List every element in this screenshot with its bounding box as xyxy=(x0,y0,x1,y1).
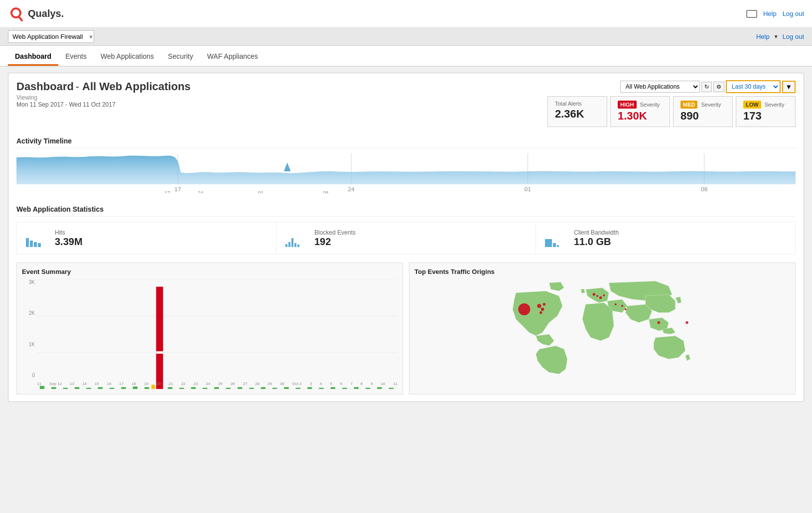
tab-events[interactable]: Events xyxy=(58,48,94,66)
blocked-chart-icon xyxy=(284,228,309,248)
main-nav: Dashboard Events Web Applications Securi… xyxy=(0,46,812,67)
svg-point-66 xyxy=(621,305,623,307)
high-label: Severity xyxy=(640,102,660,108)
traffic-origins-title: Top Events Traffic Origins xyxy=(414,268,790,275)
top-bar: Qualys. Help Log out xyxy=(0,0,812,28)
svg-rect-10 xyxy=(26,238,29,247)
stats-row: Hits 3.39M Blocked Events 192 xyxy=(16,222,796,255)
y-label-3k: 3K xyxy=(22,279,35,285)
y-label-2k: 2K xyxy=(22,310,35,316)
logout-link-top[interactable]: Log out xyxy=(783,33,804,40)
settings-icon[interactable]: ⚙ xyxy=(713,82,724,92)
low-value: 173 xyxy=(743,110,788,123)
svg-text:17: 17 xyxy=(174,187,181,192)
blocked-value: 192 xyxy=(314,236,356,248)
hits-stat: Hits 3.39M xyxy=(17,222,276,254)
viewing-label: Viewing xyxy=(16,94,191,101)
high-badge: HIGH xyxy=(618,101,637,109)
svg-point-67 xyxy=(625,308,627,310)
total-alerts-box: Total Alerts 2.36K xyxy=(547,96,607,127)
bandwidth-value: 11.0 GB xyxy=(574,236,619,248)
alert-stats-row: Total Alerts 2.36K HIGH Severity 1.30K M… xyxy=(547,96,796,127)
help-link-top[interactable]: Help xyxy=(756,33,770,40)
bandwidth-label: Client Bandwidth xyxy=(574,229,619,236)
med-severity-box: MED Severity 890 xyxy=(673,96,733,127)
module-bar: Web Application Firewall ▼ Help ▼ Log ou… xyxy=(0,28,812,46)
blocked-stat: Blocked Events 192 xyxy=(276,222,536,254)
total-alerts-label: Total Alerts xyxy=(555,101,600,107)
traffic-dot-sea xyxy=(658,321,660,324)
tab-dashboard[interactable]: Dashboard xyxy=(8,48,58,66)
timeline-area xyxy=(16,155,796,184)
module-select[interactable]: Web Application Firewall xyxy=(8,30,94,43)
event-summary-chart-area: 3K 2K 1K 0 xyxy=(22,279,398,389)
module-select-wrap: Web Application Firewall ▼ xyxy=(8,30,94,43)
bandwidth-info: Client Bandwidth 11.0 GB xyxy=(574,229,619,248)
svg-rect-21 xyxy=(557,245,559,247)
logout-link[interactable]: Log out xyxy=(783,10,804,17)
event-summary-section: Event Summary 3K 2K 1K 0 xyxy=(16,262,403,394)
event-chart-svg xyxy=(37,279,398,389)
dashboard-label: Dashboard xyxy=(16,80,74,93)
dash-controls-area: All Web Applications ↻ ⚙ Last 30 days ▼ … xyxy=(547,80,796,127)
page-content: Dashboard - All Web Applications Viewing… xyxy=(0,67,812,408)
web-app-stats-title: Web Application Statistics xyxy=(16,201,796,217)
timeline-label-sep17: 17SEP xyxy=(164,191,174,193)
dashboard-card: Dashboard - All Web Applications Viewing… xyxy=(8,73,804,402)
logo-text: Qualys. xyxy=(28,8,64,19)
svg-rect-20 xyxy=(553,243,556,247)
logo-area: Qualys. xyxy=(8,6,64,22)
hits-label: Hits xyxy=(55,229,83,236)
high-severity-box: HIGH Severity 1.30K xyxy=(610,96,670,127)
bottom-row: Event Summary 3K 2K 1K 0 xyxy=(16,262,796,394)
med-label: Severity xyxy=(701,102,721,108)
low-badge: LOW xyxy=(743,101,761,109)
top-right-actions: Help Log out xyxy=(746,10,804,18)
y-label-1k: 1K xyxy=(22,342,35,347)
svg-point-62 xyxy=(596,295,598,297)
help-arrow: ▼ xyxy=(774,34,779,39)
timeline-label-sep24: 24 xyxy=(198,191,203,193)
svg-rect-38 xyxy=(156,351,163,354)
mail-icon[interactable] xyxy=(746,10,757,18)
tab-waf-appliances[interactable]: WAF Appliances xyxy=(200,48,265,66)
app-filter-select[interactable]: All Web Applications xyxy=(620,81,700,93)
y-label-0: 0 xyxy=(22,373,35,378)
blocked-info: Blocked Events 192 xyxy=(314,229,356,248)
qualys-logo-icon xyxy=(8,6,24,22)
traffic-dot-pacific xyxy=(685,321,688,324)
hits-value: 3.39M xyxy=(55,236,83,248)
med-value: 890 xyxy=(680,110,725,123)
svg-point-65 xyxy=(615,303,617,305)
svg-rect-16 xyxy=(291,238,293,247)
page-title: Dashboard - All Web Applications xyxy=(16,80,191,93)
svg-rect-19 xyxy=(545,239,552,247)
svg-rect-13 xyxy=(38,243,41,247)
date-dropdown-icon[interactable]: ▼ xyxy=(782,81,796,93)
svg-point-59 xyxy=(541,308,544,311)
help-link[interactable]: Help xyxy=(763,10,777,17)
timeline-label-oct01: 01OCT xyxy=(258,191,269,193)
app-filter-row: All Web Applications ↻ ⚙ Last 30 days ▼ xyxy=(620,80,796,93)
blocked-label: Blocked Events xyxy=(314,229,356,236)
date-filter-select[interactable]: Last 30 days xyxy=(726,80,781,93)
svg-rect-14 xyxy=(285,244,287,247)
tab-web-applications[interactable]: Web Applications xyxy=(94,48,161,66)
tab-security[interactable]: Security xyxy=(161,48,200,66)
svg-point-61 xyxy=(543,303,545,305)
activity-timeline-title: Activity Timeline xyxy=(16,133,796,148)
svg-point-64 xyxy=(603,294,605,296)
refresh-icon[interactable]: ↻ xyxy=(701,82,712,92)
timeline-label-oct08: 08 xyxy=(323,191,328,193)
med-badge: MED xyxy=(680,101,697,109)
svg-rect-18 xyxy=(297,245,299,247)
event-x-labels: 11 Sep 12 13 14 15 16 17 18 19 20 21 22 … xyxy=(37,378,398,389)
dash-title-area: Dashboard - All Web Applications Viewing… xyxy=(16,80,191,108)
traffic-dot-east-usa xyxy=(537,304,541,308)
activity-timeline-section: Activity Timeline xyxy=(16,133,796,193)
event-y-labels: 3K 2K 1K 0 xyxy=(22,279,36,378)
world-map-svg xyxy=(414,279,790,379)
traffic-dot-west-usa xyxy=(518,303,530,315)
svg-point-63 xyxy=(599,296,602,299)
timeline-svg: 17 24 01 08 xyxy=(16,153,796,193)
